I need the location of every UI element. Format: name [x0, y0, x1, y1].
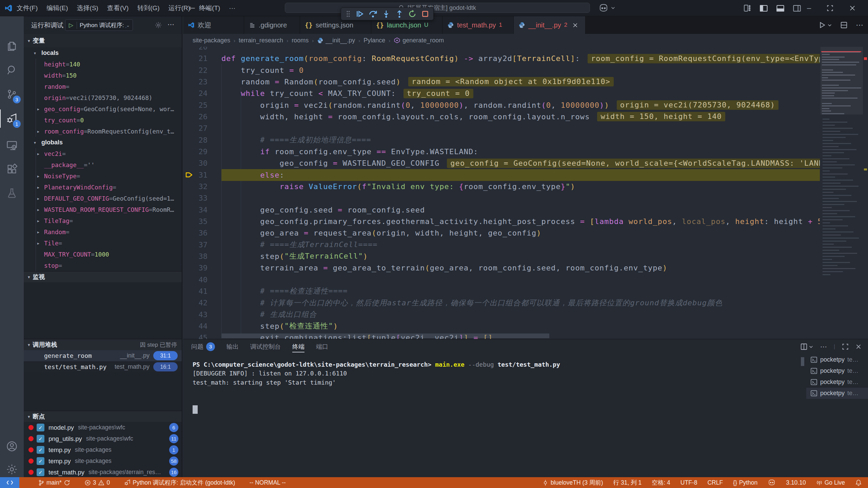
language-item[interactable]: {}Python	[733, 479, 757, 486]
debug-stop-icon[interactable]	[421, 10, 429, 18]
source-control-icon[interactable]: 3	[0, 82, 24, 106]
var-group-globals[interactable]: ▾globals	[24, 137, 182, 148]
var-group-locals[interactable]: ▾locals	[24, 47, 182, 59]
account-icon[interactable]	[0, 434, 24, 458]
menu-1[interactable]: 编辑(E)	[42, 4, 72, 13]
editor-more-icon[interactable]: ⋯	[856, 21, 863, 29]
breakpoint-row[interactable]: ✓ test_math.pysite-packages\terrain_res……	[24, 467, 182, 477]
close-button[interactable]	[849, 5, 856, 12]
menu-3[interactable]: 查看(V)	[103, 4, 133, 13]
breakpoint-checkbox[interactable]: ✓	[37, 435, 44, 443]
eol-item[interactable]: CRLF	[707, 479, 723, 486]
customize-layout-icon[interactable]	[743, 4, 751, 12]
breakpoint-row[interactable]: ✓ temp.pysite-packages 58	[24, 455, 182, 467]
encoding-item[interactable]: UTF-8	[680, 479, 697, 486]
git-branch-item[interactable]: main*	[38, 479, 70, 486]
variable-row[interactable]: width = 150	[24, 70, 182, 81]
indentation-item[interactable]: 空格: 4	[652, 479, 670, 487]
remote-explorer-icon[interactable]	[0, 133, 24, 157]
menu-0[interactable]: 文件(F)	[12, 4, 42, 13]
variable-row[interactable]: origin = vec2i(7205730, 9024468)	[24, 92, 182, 103]
split-terminal-icon[interactable]	[800, 343, 813, 350]
maximize-panel-icon[interactable]	[842, 343, 849, 350]
breakpoint-row[interactable]: ✓ temp.pysite-packages 1	[24, 444, 182, 455]
copilot-status-icon[interactable]	[768, 479, 776, 486]
breadcrumb-item[interactable]: rooms	[292, 37, 309, 44]
variable-row[interactable]: ▸Tile =	[24, 238, 182, 249]
debug-status-item[interactable]: Python 调试程序: 启动文件 (godot-ldtk)	[124, 479, 235, 487]
extensions-icon[interactable]	[0, 157, 24, 181]
toggle-panel-icon[interactable]	[776, 4, 785, 13]
breadcrumb-item[interactable]: __init__.py	[317, 37, 355, 44]
panel-more-icon[interactable]: ⋯	[820, 343, 827, 351]
variable-row[interactable]: try_count = 0	[24, 115, 182, 126]
variable-row[interactable]: stop =	[24, 260, 182, 271]
section-breakpoints[interactable]: ▾断点	[24, 411, 182, 422]
breakpoint-row[interactable]: ✓ model.pysite-packages\wfc 6	[24, 422, 182, 433]
debug-step-out-icon[interactable]	[395, 9, 404, 18]
breakpoint-checkbox[interactable]: ✓	[37, 424, 44, 431]
tab-close-icon[interactable]	[572, 22, 578, 28]
nav-forward-icon[interactable]: →	[203, 3, 210, 13]
sidebar-more-icon[interactable]: ⋯	[167, 20, 175, 28]
variable-row[interactable]: ▸WASTELAND_ROOM_REQUEST_CONFIG = RoomR…	[24, 204, 182, 215]
start-debug-icon[interactable]: ▷	[65, 22, 77, 29]
variable-row[interactable]: ▸Random =	[24, 226, 182, 238]
cursor-position-item[interactable]: 行 31, 列 1	[613, 479, 642, 487]
maximize-button[interactable]	[827, 5, 833, 12]
variable-row[interactable]: ▸room_config = RoomRequestConfig(env_t…	[24, 126, 182, 137]
section-watch[interactable]: ▾监视	[24, 271, 182, 282]
remote-indicator[interactable]	[0, 477, 19, 488]
python-version-item[interactable]: 3.10.10	[786, 479, 806, 486]
debug-step-over-icon[interactable]	[368, 9, 378, 19]
copilot-icon[interactable]	[598, 3, 615, 12]
tab-.gdignore[interactable]: .gdignore	[244, 16, 300, 34]
nav-back-icon[interactable]: ←	[189, 3, 195, 13]
breadcrumb-item[interactable]: terrain_research	[239, 37, 283, 44]
variable-row[interactable]: ▸DEFAULT_GEO_CONFIG = GeoConfig(seed=1…	[24, 193, 182, 204]
debug-step-into-icon[interactable]	[382, 9, 391, 18]
close-panel-icon[interactable]	[855, 344, 862, 350]
terminal-output[interactable]: PS C:\computer_science\godot-ldtk\site-p…	[193, 360, 560, 387]
menu-7[interactable]: ···	[224, 4, 240, 12]
debug-restart-icon[interactable]	[408, 9, 417, 18]
panel-tab-输出[interactable]: 输出	[226, 339, 239, 354]
panel-tab-端口[interactable]: 端口	[316, 339, 328, 354]
variable-row[interactable]: __package__ = ''	[24, 159, 182, 170]
git-blame-item[interactable]: blueloveTH (3 周前)	[542, 479, 603, 487]
panel-tab-终端[interactable]: 终端	[292, 339, 304, 354]
debug-gear-icon[interactable]	[155, 21, 162, 29]
minimap[interactable]	[821, 47, 863, 339]
variable-row[interactable]: ▸geo_config = GeoConfig(seed=None, wor…	[24, 103, 182, 115]
split-editor-icon[interactable]	[840, 21, 848, 29]
tab-test_math.py[interactable]: test_math.py 1	[442, 16, 514, 34]
run-file-icon[interactable]	[818, 21, 832, 29]
run-debug-icon[interactable]: 1	[0, 107, 24, 130]
variable-row[interactable]: ▸TileTag =	[24, 215, 182, 226]
search-icon[interactable]	[0, 58, 24, 82]
menu-4[interactable]: 转到(G)	[133, 4, 164, 13]
variable-row[interactable]: random =	[24, 81, 182, 92]
callstack-frame[interactable]: generate_room __init__.py 31:1	[24, 350, 182, 361]
testing-icon[interactable]	[0, 181, 24, 205]
panel-tab-调试控制台[interactable]: 调试控制台	[250, 339, 281, 354]
debug-continue-icon[interactable]	[355, 9, 364, 18]
breadcrumb-item[interactable]: Pylance	[363, 37, 385, 44]
tab-__init__.py[interactable]: __init__.py 2	[514, 16, 586, 34]
panel-tab-问题[interactable]: 问题 3	[191, 339, 215, 354]
terminal-list-item[interactable]: pocketpyte…	[806, 377, 868, 388]
tab-欢迎[interactable]: 欢迎	[183, 16, 244, 34]
breadcrumb-item[interactable]: site-packages	[193, 37, 230, 44]
breakpoint-checkbox[interactable]: ✓	[37, 457, 44, 465]
go-live-item[interactable]: Go Live	[816, 479, 845, 486]
terminal-list-item[interactable]: pocketpyte…	[806, 354, 868, 365]
minimize-button[interactable]: –	[807, 4, 811, 13]
horizontal-scrollbar[interactable]	[221, 333, 549, 338]
section-callstack[interactable]: ▾调用堆栈因 step 已暂停	[24, 339, 182, 350]
menu-2[interactable]: 选择(S)	[73, 4, 103, 13]
variable-row[interactable]: ▸vec2i =	[24, 148, 182, 159]
debug-config-dropdown[interactable]: ▷ Python 调试程序: 启 ⌄	[65, 19, 133, 31]
breakpoint-checkbox[interactable]: ✓	[37, 468, 44, 476]
variable-row[interactable]: MAX_TRY_COUNT = 1000	[24, 249, 182, 260]
breadcrumb-item[interactable]: generate_room	[394, 37, 444, 44]
